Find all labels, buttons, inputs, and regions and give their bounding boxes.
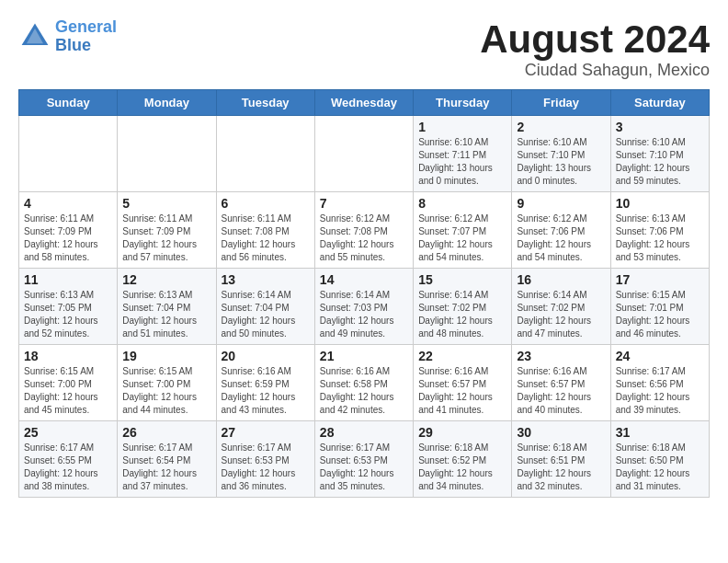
- calendar-cell: 13Sunrise: 6:14 AM Sunset: 7:04 PM Dayli…: [216, 269, 314, 345]
- calendar-cell: 14Sunrise: 6:14 AM Sunset: 7:03 PM Dayli…: [314, 269, 413, 345]
- month-title: August 2024: [480, 18, 710, 61]
- day-info: Sunrise: 6:12 AM Sunset: 7:07 PM Dayligh…: [418, 213, 506, 264]
- calendar-cell: 11Sunrise: 6:13 AM Sunset: 7:05 PM Dayli…: [19, 269, 118, 345]
- calendar-cell: 21Sunrise: 6:16 AM Sunset: 6:58 PM Dayli…: [314, 345, 413, 421]
- calendar-cell: 31Sunrise: 6:18 AM Sunset: 6:50 PM Dayli…: [610, 421, 709, 498]
- calendar-cell: [118, 116, 216, 192]
- day-info: Sunrise: 6:11 AM Sunset: 7:08 PM Dayligh…: [222, 213, 310, 264]
- calendar-cell: 22Sunrise: 6:16 AM Sunset: 6:57 PM Dayli…: [414, 345, 512, 421]
- day-number: 14: [320, 272, 408, 287]
- calendar-cell: 7Sunrise: 6:12 AM Sunset: 7:08 PM Daylig…: [314, 192, 413, 269]
- day-info: Sunrise: 6:12 AM Sunset: 7:08 PM Dayligh…: [320, 213, 408, 264]
- calendar-cell: 25Sunrise: 6:17 AM Sunset: 6:55 PM Dayli…: [19, 421, 118, 498]
- day-number: 13: [222, 272, 310, 287]
- day-of-week-header: Thursday: [414, 90, 512, 116]
- day-info: Sunrise: 6:15 AM Sunset: 7:00 PM Dayligh…: [24, 365, 112, 417]
- calendar-header-row: SundayMondayTuesdayWednesdayThursdayFrid…: [19, 90, 710, 116]
- calendar-week-row: 25Sunrise: 6:17 AM Sunset: 6:55 PM Dayli…: [19, 421, 710, 498]
- day-number: 29: [418, 425, 506, 440]
- day-info: Sunrise: 6:14 AM Sunset: 7:02 PM Dayligh…: [418, 289, 506, 340]
- calendar-cell: 19Sunrise: 6:15 AM Sunset: 7:00 PM Dayli…: [118, 345, 216, 421]
- calendar-cell: 2Sunrise: 6:10 AM Sunset: 7:10 PM Daylig…: [512, 116, 610, 192]
- day-number: 15: [418, 272, 506, 287]
- day-info: Sunrise: 6:13 AM Sunset: 7:04 PM Dayligh…: [122, 289, 210, 340]
- calendar-week-row: 18Sunrise: 6:15 AM Sunset: 7:00 PM Dayli…: [19, 345, 710, 421]
- day-number: 4: [24, 196, 112, 211]
- day-info: Sunrise: 6:16 AM Sunset: 6:59 PM Dayligh…: [222, 365, 310, 417]
- calendar-table: SundayMondayTuesdayWednesdayThursdayFrid…: [18, 89, 710, 498]
- day-number: 18: [24, 349, 112, 363]
- calendar-cell: 24Sunrise: 6:17 AM Sunset: 6:56 PM Dayli…: [610, 345, 709, 421]
- day-of-week-header: Friday: [512, 90, 610, 116]
- day-number: 30: [517, 425, 605, 440]
- day-of-week-header: Wednesday: [314, 90, 413, 116]
- day-info: Sunrise: 6:10 AM Sunset: 7:10 PM Dayligh…: [517, 136, 605, 188]
- day-number: 10: [616, 196, 704, 211]
- calendar-cell: 17Sunrise: 6:15 AM Sunset: 7:01 PM Dayli…: [610, 269, 709, 345]
- logo-text: General Blue: [55, 18, 117, 55]
- day-info: Sunrise: 6:14 AM Sunset: 7:04 PM Dayligh…: [222, 289, 310, 340]
- day-info: Sunrise: 6:16 AM Sunset: 6:57 PM Dayligh…: [418, 365, 506, 417]
- day-number: 7: [320, 196, 408, 211]
- calendar-week-row: 4Sunrise: 6:11 AM Sunset: 7:09 PM Daylig…: [19, 192, 710, 269]
- day-number: 1: [418, 120, 506, 134]
- calendar-cell: 18Sunrise: 6:15 AM Sunset: 7:00 PM Dayli…: [19, 345, 118, 421]
- day-info: Sunrise: 6:17 AM Sunset: 6:53 PM Dayligh…: [320, 442, 408, 493]
- day-number: 12: [122, 272, 210, 287]
- day-number: 5: [122, 196, 210, 211]
- day-info: Sunrise: 6:14 AM Sunset: 7:03 PM Dayligh…: [320, 289, 408, 340]
- calendar-cell: 8Sunrise: 6:12 AM Sunset: 7:07 PM Daylig…: [414, 192, 512, 269]
- day-info: Sunrise: 6:13 AM Sunset: 7:05 PM Dayligh…: [24, 289, 112, 340]
- day-info: Sunrise: 6:17 AM Sunset: 6:55 PM Dayligh…: [24, 442, 112, 493]
- day-info: Sunrise: 6:11 AM Sunset: 7:09 PM Dayligh…: [24, 213, 112, 264]
- day-info: Sunrise: 6:13 AM Sunset: 7:06 PM Dayligh…: [616, 213, 704, 264]
- calendar-cell: [19, 116, 118, 192]
- day-info: Sunrise: 6:17 AM Sunset: 6:54 PM Dayligh…: [122, 442, 210, 493]
- calendar-cell: 30Sunrise: 6:18 AM Sunset: 6:51 PM Dayli…: [512, 421, 610, 498]
- calendar-week-row: 1Sunrise: 6:10 AM Sunset: 7:11 PM Daylig…: [19, 116, 710, 192]
- day-info: Sunrise: 6:15 AM Sunset: 7:01 PM Dayligh…: [616, 289, 704, 340]
- logo: General Blue: [18, 18, 117, 55]
- day-info: Sunrise: 6:10 AM Sunset: 7:11 PM Dayligh…: [418, 136, 506, 188]
- day-of-week-header: Monday: [118, 90, 216, 116]
- day-number: 27: [222, 425, 310, 440]
- day-number: 11: [24, 272, 112, 287]
- day-number: 31: [616, 425, 704, 440]
- calendar-week-row: 11Sunrise: 6:13 AM Sunset: 7:05 PM Dayli…: [19, 269, 710, 345]
- day-info: Sunrise: 6:16 AM Sunset: 6:58 PM Dayligh…: [320, 365, 408, 417]
- day-info: Sunrise: 6:18 AM Sunset: 6:50 PM Dayligh…: [616, 442, 704, 493]
- calendar-cell: 1Sunrise: 6:10 AM Sunset: 7:11 PM Daylig…: [414, 116, 512, 192]
- calendar-cell: 23Sunrise: 6:16 AM Sunset: 6:57 PM Dayli…: [512, 345, 610, 421]
- location-subtitle: Ciudad Sahagun, Mexico: [480, 61, 710, 80]
- day-number: 23: [517, 349, 605, 363]
- day-info: Sunrise: 6:11 AM Sunset: 7:09 PM Dayligh…: [122, 213, 210, 264]
- calendar-cell: 9Sunrise: 6:12 AM Sunset: 7:06 PM Daylig…: [512, 192, 610, 269]
- calendar-cell: 3Sunrise: 6:10 AM Sunset: 7:10 PM Daylig…: [610, 116, 709, 192]
- day-number: 28: [320, 425, 408, 440]
- title-block: August 2024 Ciudad Sahagun, Mexico: [480, 18, 710, 80]
- calendar-cell: 27Sunrise: 6:17 AM Sunset: 6:53 PM Dayli…: [216, 421, 314, 498]
- day-info: Sunrise: 6:15 AM Sunset: 7:00 PM Dayligh…: [122, 365, 210, 417]
- calendar-cell: 15Sunrise: 6:14 AM Sunset: 7:02 PM Dayli…: [414, 269, 512, 345]
- day-number: 19: [122, 349, 210, 363]
- calendar-cell: [216, 116, 314, 192]
- day-number: 6: [222, 196, 310, 211]
- day-of-week-header: Tuesday: [216, 90, 314, 116]
- day-info: Sunrise: 6:16 AM Sunset: 6:57 PM Dayligh…: [517, 365, 605, 417]
- day-info: Sunrise: 6:12 AM Sunset: 7:06 PM Dayligh…: [517, 213, 605, 264]
- page-header: General Blue August 2024 Ciudad Sahagun,…: [18, 18, 710, 80]
- day-number: 24: [616, 349, 704, 363]
- calendar-cell: 16Sunrise: 6:14 AM Sunset: 7:02 PM Dayli…: [512, 269, 610, 345]
- day-number: 20: [222, 349, 310, 363]
- day-number: 3: [616, 120, 704, 134]
- calendar-cell: 12Sunrise: 6:13 AM Sunset: 7:04 PM Dayli…: [118, 269, 216, 345]
- calendar-cell: 6Sunrise: 6:11 AM Sunset: 7:08 PM Daylig…: [216, 192, 314, 269]
- day-info: Sunrise: 6:18 AM Sunset: 6:52 PM Dayligh…: [418, 442, 506, 493]
- day-info: Sunrise: 6:17 AM Sunset: 6:56 PM Dayligh…: [616, 365, 704, 417]
- day-number: 9: [517, 196, 605, 211]
- day-number: 26: [122, 425, 210, 440]
- logo-icon: [18, 20, 51, 53]
- day-number: 21: [320, 349, 408, 363]
- day-info: Sunrise: 6:14 AM Sunset: 7:02 PM Dayligh…: [517, 289, 605, 340]
- calendar-cell: 10Sunrise: 6:13 AM Sunset: 7:06 PM Dayli…: [610, 192, 709, 269]
